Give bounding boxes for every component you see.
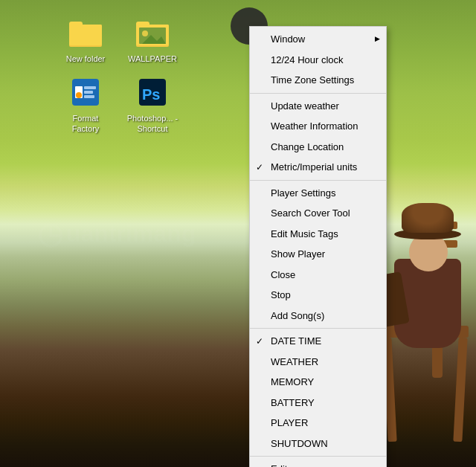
menu-item-battery[interactable]: BATTERY xyxy=(250,393,386,413)
menu-item-player[interactable]: PLAYER xyxy=(250,413,386,434)
menu-item-memory[interactable]: MEMORY xyxy=(250,372,386,393)
svg-point-14 xyxy=(76,92,82,98)
icon-wallpaper-label: WALLPAPER xyxy=(128,54,177,64)
menu-item-date-time[interactable]: DATE TIME xyxy=(250,331,386,352)
menu-item-close1[interactable]: Close xyxy=(250,265,386,286)
context-menu: Window12/24 Hour clockTime Zone Settings… xyxy=(249,26,387,467)
menu-item-edit-tags[interactable]: Edit Music Tags xyxy=(250,224,386,245)
svg-rect-11 xyxy=(84,86,96,89)
icon-format-factory-label: Format Factory xyxy=(60,113,112,135)
menu-item-window[interactable]: Window xyxy=(250,29,386,50)
menu-item-add-songs[interactable]: Add Song(s) xyxy=(250,306,386,326)
icon-photoshop-label: Photoshop... - Shortcut xyxy=(126,113,178,135)
menu-item-stop[interactable]: Stop xyxy=(250,285,386,306)
desktop-icons-row2: Format Factory Ps Photoshop... - Shortcu… xyxy=(60,74,178,135)
menu-item-timezone[interactable]: Time Zone Settings xyxy=(250,70,386,91)
icon-photoshop[interactable]: Ps Photoshop... - Shortcut xyxy=(126,74,178,135)
desktop: ◷ uantrimang New folder xyxy=(0,0,476,467)
watermark: ◷ uantrimang xyxy=(37,216,196,251)
icon-format-factory[interactable]: Format Factory xyxy=(60,74,112,135)
watermark-text: uantrimang xyxy=(66,220,196,248)
folder-icon-image xyxy=(68,15,103,51)
menu-item-weather[interactable]: WEATHER xyxy=(250,352,386,373)
wallpaper-icon-image xyxy=(135,15,170,51)
menu-separator xyxy=(250,180,386,181)
icon-wallpaper[interactable]: WALLPAPER xyxy=(126,15,178,64)
menu-item-edit[interactable]: Edit xyxy=(250,459,386,467)
menu-separator xyxy=(250,93,386,94)
svg-point-7 xyxy=(142,30,148,36)
menu-separator xyxy=(250,456,386,457)
desktop-icons-row1: New folder WALLPAPER xyxy=(60,15,178,64)
menu-item-player-settings[interactable]: Player Settings xyxy=(250,183,386,204)
menu-item-search-cover[interactable]: Search Cover Tool xyxy=(250,203,386,224)
svg-rect-13 xyxy=(84,95,94,98)
icon-new-folder[interactable]: New folder xyxy=(60,15,112,64)
menu-item-weather-info[interactable]: Weather Information xyxy=(250,116,386,137)
format-factory-icon xyxy=(68,74,103,110)
svg-rect-2 xyxy=(69,22,83,29)
svg-text:Ps: Ps xyxy=(142,86,160,103)
menu-item-shutdown[interactable]: SHUTDOWN xyxy=(250,434,386,454)
svg-rect-12 xyxy=(84,91,93,94)
menu-item-show-player[interactable]: Show Player xyxy=(250,244,386,265)
menu-item-metric-imperial[interactable]: Metric/Imperial units xyxy=(250,157,386,178)
menu-separator xyxy=(250,328,386,329)
menu-item-hour-clock[interactable]: 12/24 Hour clock xyxy=(250,50,386,71)
photoshop-icon: Ps xyxy=(135,74,170,110)
menu-item-update-weather[interactable]: Update weather xyxy=(250,96,386,117)
menu-item-change-location[interactable]: Change Location xyxy=(250,137,386,158)
icon-new-folder-label: New folder xyxy=(66,54,106,64)
